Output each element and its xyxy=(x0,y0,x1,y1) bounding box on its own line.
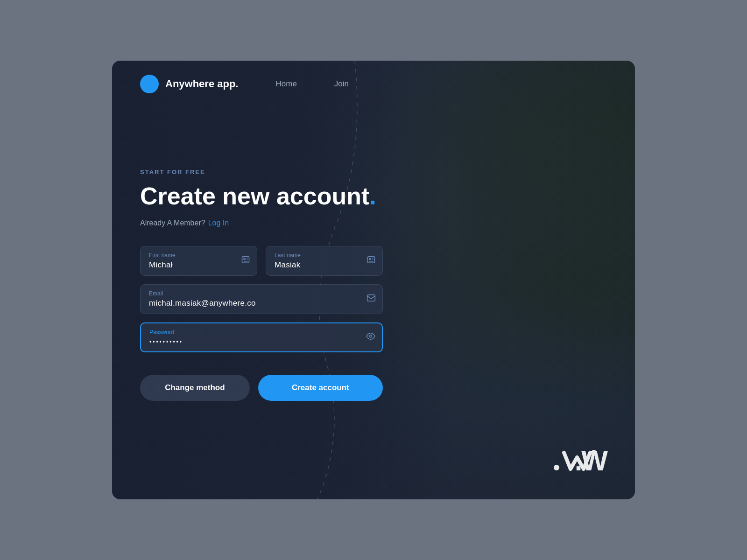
last-name-value: Masiak xyxy=(275,260,301,269)
first-name-value: Michał xyxy=(149,260,173,269)
member-row: Already A Member? Log In xyxy=(140,219,383,227)
svg-point-7 xyxy=(591,450,597,455)
nav-home[interactable]: Home xyxy=(275,79,296,89)
svg-rect-2 xyxy=(368,257,375,263)
email-row: Email michal.masiak@anywhere.co xyxy=(140,284,383,314)
eye-icon[interactable] xyxy=(366,332,375,343)
button-row: Change method Create account xyxy=(140,375,383,401)
password-row: Password •••••••••• xyxy=(140,322,383,352)
last-name-field[interactable]: Last name Masiak xyxy=(266,246,383,276)
form-area: START FOR FREE Create new account. Alrea… xyxy=(140,107,383,499)
aw-watermark: .W xyxy=(575,447,607,476)
password-value: •••••••••• xyxy=(149,339,183,345)
create-account-button[interactable]: Create account xyxy=(258,375,383,401)
main-card: Anywhere app. Home Join START FOR FREE C… xyxy=(112,61,635,499)
svg-point-6 xyxy=(554,465,559,470)
svg-point-5 xyxy=(370,335,372,337)
member-text: Already A Member? xyxy=(140,219,205,227)
login-link[interactable]: Log In xyxy=(208,219,229,227)
first-name-field[interactable]: First name Michał xyxy=(140,246,257,276)
password-label: Password xyxy=(149,329,360,336)
nav-join[interactable]: Join xyxy=(334,79,349,89)
email-label: Email xyxy=(149,290,361,297)
form-content: Anywhere app. Home Join START FOR FREE C… xyxy=(112,61,411,499)
nav-links: Home Join xyxy=(275,79,349,89)
first-name-label: First name xyxy=(149,252,235,259)
email-field[interactable]: Email michal.masiak@anywhere.co xyxy=(140,284,383,314)
person-icon xyxy=(241,255,250,267)
email-value: michal.masiak@anywhere.co xyxy=(149,299,256,308)
svg-rect-0 xyxy=(242,257,249,263)
name-row: First name Michał Last name Masiak xyxy=(140,246,383,276)
navbar: Anywhere app. Home Join xyxy=(140,61,383,107)
start-label: START FOR FREE xyxy=(140,168,383,175)
aw-logo-svg xyxy=(551,443,607,476)
svg-point-1 xyxy=(244,258,245,259)
logo-text: Anywhere app. xyxy=(165,78,238,90)
change-method-button[interactable]: Change method xyxy=(140,375,250,401)
person-icon-2 xyxy=(366,255,376,267)
svg-rect-4 xyxy=(367,295,375,301)
logo-area: Anywhere app. xyxy=(140,75,238,93)
password-field[interactable]: Password •••••••••• xyxy=(140,322,383,352)
email-icon xyxy=(366,294,376,305)
logo-circle xyxy=(140,75,159,93)
last-name-label: Last name xyxy=(275,252,361,259)
page-title: Create new account. xyxy=(140,183,383,210)
svg-point-3 xyxy=(369,258,371,259)
